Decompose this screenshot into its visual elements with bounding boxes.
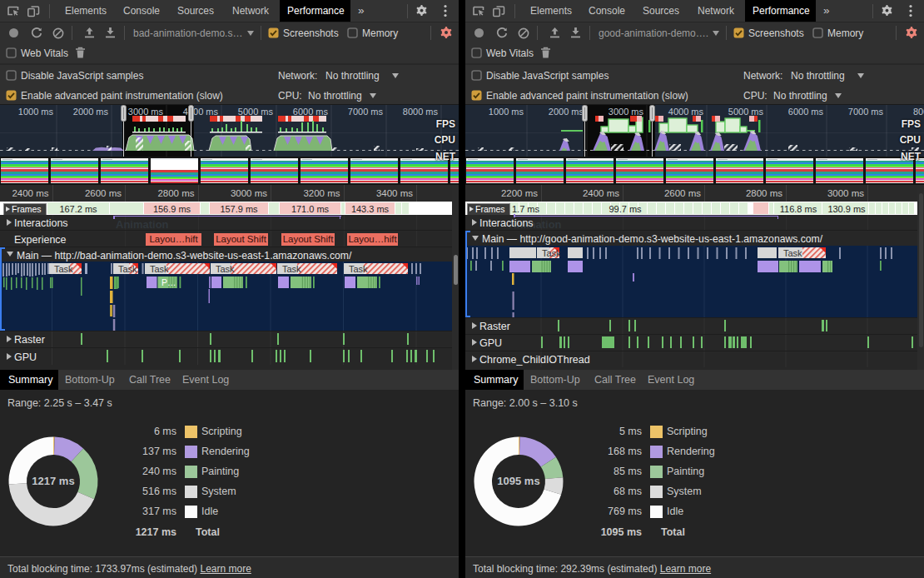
svg-text:Task: Task bbox=[282, 264, 301, 274]
svg-text:2000 ms: 2000 ms bbox=[73, 107, 109, 117]
svg-text:Task: Task bbox=[216, 264, 235, 274]
svg-text:Task: Task bbox=[118, 264, 137, 274]
svg-text:Task: Task bbox=[349, 264, 368, 274]
svg-text:6000 ms: 6000 ms bbox=[293, 107, 329, 117]
svg-text:Task: Task bbox=[783, 248, 802, 258]
svg-text:6000 ms: 6000 ms bbox=[788, 107, 824, 117]
svg-text:2000 ms: 2000 ms bbox=[549, 107, 584, 117]
svg-text:8000 ms: 8000 ms bbox=[403, 107, 439, 117]
svg-text:Task: Task bbox=[150, 264, 169, 274]
svg-text:4000 ms: 4000 ms bbox=[668, 107, 704, 117]
svg-text:Task: Task bbox=[54, 264, 73, 274]
svg-text:5000 ms: 5000 ms bbox=[238, 107, 274, 117]
svg-text:800: 800 bbox=[913, 107, 924, 117]
svg-text:7000 ms: 7000 ms bbox=[348, 107, 384, 117]
svg-text:1000 ms: 1000 ms bbox=[18, 107, 54, 117]
svg-text:3000 ms: 3000 ms bbox=[128, 107, 164, 117]
svg-text:P…: P… bbox=[161, 277, 176, 287]
svg-text:7000 ms: 7000 ms bbox=[848, 107, 884, 117]
svg-text:3000 ms: 3000 ms bbox=[609, 107, 644, 117]
svg-text:5000 ms: 5000 ms bbox=[728, 107, 764, 117]
svg-text:1000 ms: 1000 ms bbox=[489, 107, 524, 117]
svg-text:Task: Task bbox=[542, 248, 561, 258]
